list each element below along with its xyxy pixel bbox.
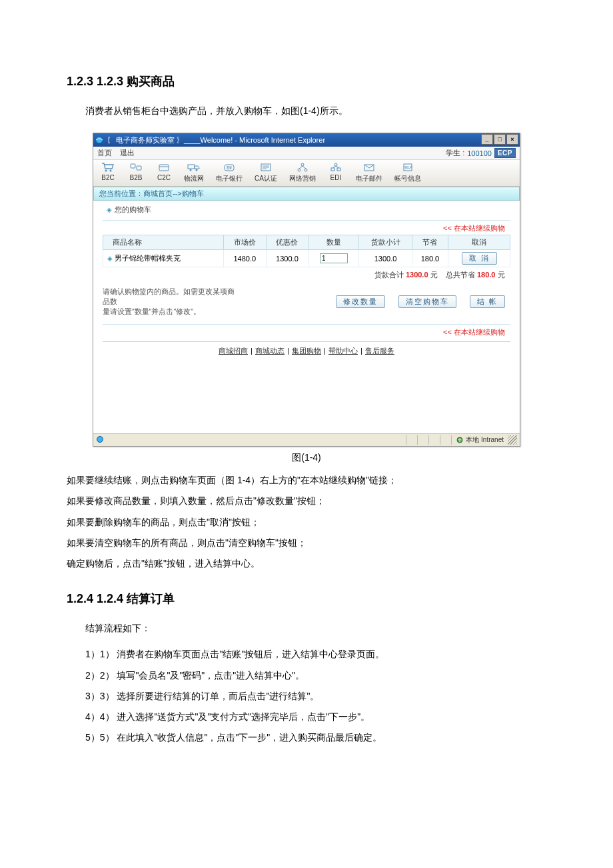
cart-table: 商品名称 市场价 优惠价 数量 货款小计 节省 取消 ◈ 男子锦纶带帽棉夹克: [103, 235, 510, 283]
ie-status-icon: [96, 435, 105, 445]
close-button[interactable]: ×: [506, 134, 518, 145]
toolbar-logistics[interactable]: 物流网: [184, 161, 204, 183]
intro-paragraph: 消费者从销售柜台中选购产品，并放入购物车，如图(1-4)所示。: [67, 103, 546, 119]
step-item: 3）3） 选择所要进行结算的订单，而后点击"进行结算"。: [85, 688, 546, 705]
svg-point-21: [97, 437, 103, 443]
continue-shopping-link[interactable]: << 在本站继续购物: [443, 328, 505, 336]
footer-link-group[interactable]: 集团购物: [292, 347, 321, 355]
footer-link-help[interactable]: 帮助中心: [328, 347, 358, 355]
zone-icon: [456, 436, 464, 444]
status-cell: [440, 435, 451, 445]
svg-point-0: [96, 137, 103, 143]
clear-cart-button[interactable]: 清空购物车: [398, 295, 456, 308]
diamond-icon: ◈: [107, 206, 112, 213]
toolbar-account[interactable]: HELP 帐号信息: [394, 161, 421, 183]
help-icon: HELP: [400, 161, 416, 173]
table-header-row: 商品名称 市场价 优惠价 数量 货款小计 节省 取消: [103, 235, 510, 250]
svg-point-13: [298, 169, 301, 171]
flow-intro: 结算流程如下：: [67, 620, 546, 637]
toolbar-ca[interactable]: CA认证: [255, 161, 277, 183]
svg-rect-6: [188, 165, 195, 169]
step-item: 4）4） 进入选择"送货方式"及"支付方式"选择完毕后，点击"下一步"。: [85, 709, 546, 725]
col-name: 商品名称: [103, 235, 224, 250]
svg-point-1: [105, 170, 107, 172]
checkout-button[interactable]: 结 帐: [470, 295, 505, 308]
handshake-icon: [128, 161, 144, 173]
status-cell: [406, 435, 417, 445]
cell-market: 1480.0: [223, 250, 266, 267]
minimize-button[interactable]: _: [481, 134, 493, 145]
toolbar-marketing[interactable]: 网络营销: [289, 161, 316, 183]
figure-caption: 图(1-4): [67, 452, 546, 464]
toolbar-c2c[interactable]: C2C: [156, 161, 172, 183]
resize-grip[interactable]: [508, 435, 517, 445]
footer-link-service[interactable]: 售后服务: [365, 347, 394, 355]
col-cancel: 取消: [448, 235, 510, 250]
instruction-line: 如果要修改商品数量，则填入数量，然后点击"修改数量"按钮；: [67, 493, 546, 509]
svg-rect-3: [131, 164, 135, 168]
continue-link-bottom: << 在本站继续购物: [103, 326, 510, 339]
separator: [103, 220, 510, 221]
col-sub: 货款小计: [359, 235, 412, 250]
instruction-line: 确定购物后，点击"结账"按钮，进入结算中心。: [67, 555, 546, 572]
titlebar: 〖 电子商务师实验室 〗____Welcome! - Microsoft Int…: [93, 133, 520, 147]
toolbar-mail[interactable]: 电子邮件: [356, 161, 382, 183]
hint-row: 请确认购物篮内的商品。如需更改某项商品数 量请设置"数量"并点击"修改"。 修改…: [103, 283, 510, 323]
step-item: 5）5） 在此填入"收货人信息"，点击"下一步"，进入购买商品最后确定。: [85, 729, 546, 746]
footer-link-news[interactable]: 商城动态: [255, 347, 285, 355]
window-title: 〖 电子商务师实验室 〗____Welcome! - Microsoft Int…: [107, 135, 325, 145]
content-area: 您当前位置：商城首页-->购物车 ◈ 您的购物车 << 在本站继续购物 商品名称…: [93, 187, 520, 433]
continue-link-top: << 在本站继续购物: [103, 222, 510, 235]
col-save: 节省: [412, 235, 448, 250]
qty-input[interactable]: [320, 253, 348, 263]
step-item: 2）2） 填写"会员名"及"密码"，点击"进入结算中心"。: [85, 667, 546, 684]
table-row: ◈ 男子锦纶带帽棉夹克 1480.0 1300.0 1300.0 180.0 取…: [103, 250, 510, 267]
cell-sub: 1300.0: [359, 250, 412, 267]
toolbar-edi[interactable]: EDI: [328, 161, 344, 183]
svg-rect-17: [337, 168, 340, 171]
cell-name: ◈ 男子锦纶带帽棉夹克: [103, 250, 224, 267]
svg-rect-16: [331, 168, 334, 171]
ecp-badge: ECP: [494, 148, 516, 158]
svg-point-15: [334, 163, 337, 166]
statusbar: 本地 Intranet: [93, 433, 520, 446]
menu-exit[interactable]: 退出: [120, 148, 135, 158]
maximize-button[interactable]: □: [494, 134, 506, 145]
bank-icon: $¥: [221, 161, 237, 173]
heading-123: 1.2.3 1.2.3 购买商品: [67, 73, 546, 89]
instruction-line: 如果要清空购物车的所有商品，则点击"清空购物车"按钮；: [67, 535, 546, 551]
cart-icon: [100, 161, 116, 173]
svg-point-7: [190, 169, 192, 171]
toolbar-b2c[interactable]: B2C: [100, 161, 116, 183]
student-id: 100100: [467, 149, 492, 157]
instruction-line: 如果要继续结账，则点击购物车页面（图 1-4）右上方的"在本站继续购物"链接；: [67, 472, 546, 489]
separator: [103, 324, 510, 325]
network-icon: [295, 161, 310, 173]
hint-text: 请确认购物篮内的商品。如需更改某项商品数 量请设置"数量"并点击"修改"。: [103, 287, 236, 316]
menu-home[interactable]: 首页: [97, 148, 112, 158]
svg-point-14: [305, 169, 307, 171]
footer-links: 商城招商 | 商城动态 | 集团购物 | 帮助中心 | 售后服务: [103, 341, 510, 360]
step-item: 1）1） 消费者在购物车页面点击"结账"按钮后，进入结算中心登录页面。: [85, 646, 546, 663]
col-qty: 数量: [308, 235, 359, 250]
toolbar-b2b[interactable]: B2B: [128, 161, 144, 183]
cancel-button[interactable]: 取 消: [462, 252, 497, 265]
col-market: 市场价: [223, 235, 266, 250]
modify-qty-button[interactable]: 修改数量: [336, 295, 385, 308]
svg-text:HELP: HELP: [403, 165, 412, 169]
instruction-line: 如果要删除购物车的商品，则点击"取消"按钮；: [67, 514, 546, 531]
cell-qty: [308, 250, 359, 267]
edi-icon: [328, 161, 344, 173]
footer-link-merchant[interactable]: 商城招商: [219, 347, 248, 355]
toolbar-ebank[interactable]: $¥ 电子银行: [216, 161, 243, 183]
totals-row: 货款合计 1300.0 元 总共节省 180.0 元: [103, 267, 510, 283]
continue-shopping-link[interactable]: << 在本站继续购物: [443, 224, 505, 232]
svg-text:$¥: $¥: [227, 165, 232, 170]
ie-app-icon: [95, 135, 104, 145]
truck-icon: [186, 161, 202, 173]
cell-cancel: 取 消: [448, 250, 510, 267]
svg-point-8: [196, 169, 198, 171]
svg-rect-5: [159, 165, 169, 171]
status-cell: [428, 435, 440, 445]
cart-title: ◈ 您的购物车: [103, 201, 510, 219]
